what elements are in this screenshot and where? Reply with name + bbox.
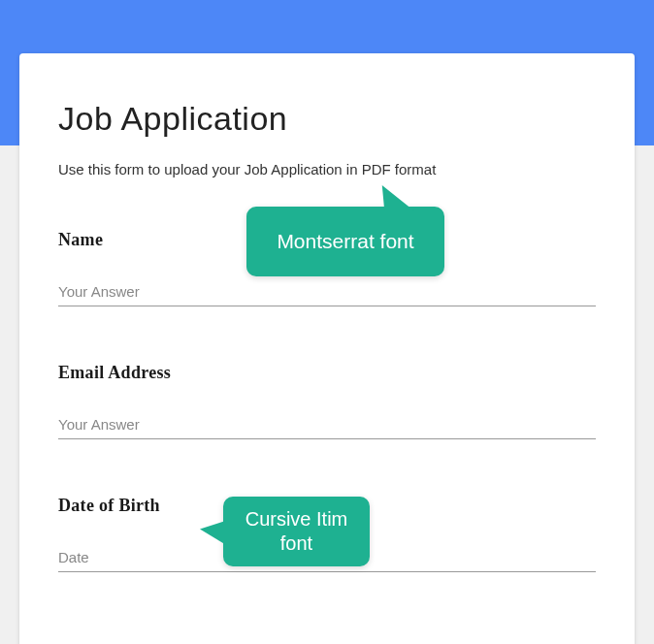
page-subtitle: Use this form to upload your Job Applica… — [58, 161, 596, 177]
name-input[interactable] — [58, 277, 596, 306]
email-field[interactable] — [58, 410, 596, 439]
callout-text: Cursive Itim font — [241, 507, 352, 556]
email-label: Email Address — [58, 363, 596, 383]
callout-itim: Cursive Itim font — [223, 497, 370, 566]
page-title: Job Application — [58, 100, 596, 138]
callout-text: Montserrat font — [277, 229, 413, 254]
callout-tail-icon — [200, 521, 227, 549]
callout-montserrat: Montserrat font — [246, 207, 444, 276]
field-email: Email Address — [58, 363, 596, 439]
